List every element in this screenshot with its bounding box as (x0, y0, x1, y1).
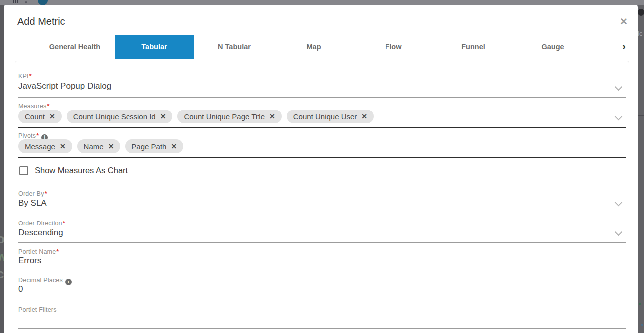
tab-gauge[interactable]: Gauge (513, 35, 593, 59)
chip-remove-icon[interactable]: ✕ (171, 142, 177, 150)
show-measures-as-chart-checkbox[interactable] (19, 166, 28, 175)
measures-label: Measures* (18, 103, 50, 110)
field-underline (18, 213, 626, 213)
order-direction-select-value[interactable]: Descending (18, 228, 63, 238)
background-circle (638, 9, 644, 16)
metric-form-panel: KPI* JavaScript Popup Dialog Measures* C… (15, 61, 629, 333)
order-direction-label: Order Direction* (18, 220, 65, 227)
chip-remove-icon[interactable]: ✕ (361, 112, 367, 120)
chevron-down-icon[interactable] (615, 199, 623, 207)
screen: o w c i ic Add Metric ✕ General Health T… (0, 0, 644, 333)
pivot-chip[interactable]: Page Path✕ (125, 139, 183, 153)
field-underline (18, 328, 626, 329)
backdrop-top-strip (0, 0, 644, 5)
decimal-places-label: Decimal Placesi (18, 277, 72, 285)
tab-flow[interactable]: Flow (354, 35, 433, 59)
info-icon: i (65, 279, 72, 285)
required-asterisk: * (47, 103, 49, 110)
show-measures-as-chart-row[interactable]: Show Measures As Chart (19, 166, 128, 175)
metric-type-tabbar: General Health Tabular N Tabular Map Flo… (35, 35, 593, 59)
backdrop-right-strip: ic (638, 5, 644, 333)
background-text-fragment: c (0, 266, 4, 282)
chip-remove-icon[interactable]: ✕ (60, 142, 66, 150)
field-underline (18, 242, 626, 243)
tab-n-tabular[interactable]: N Tabular (194, 35, 274, 59)
background-dot (25, 1, 27, 3)
decimal-places-input[interactable]: 0 (18, 284, 23, 294)
field-underline (18, 270, 626, 270)
portlet-name-label: Portlet Name* (18, 248, 59, 255)
background-text-fragment: w (0, 249, 4, 264)
chevron-down-icon[interactable] (615, 83, 623, 91)
dropdown-separator (608, 111, 608, 125)
more-tabs-chevron-right-icon[interactable]: › (622, 35, 626, 59)
chip-remove-icon[interactable]: ✕ (269, 112, 275, 120)
measure-chip[interactable]: Count✕ (18, 110, 62, 123)
required-asterisk: * (45, 190, 47, 197)
pivots-chip-list: Message✕ Name✕ Page Path✕ (18, 139, 183, 153)
tab-funnel[interactable]: Funnel (433, 35, 513, 59)
pivot-chip[interactable]: Name✕ (77, 139, 121, 153)
chip-remove-icon[interactable]: ✕ (108, 142, 114, 150)
tab-map[interactable]: Map (274, 35, 354, 59)
close-icon[interactable]: ✕ (617, 15, 631, 29)
dropdown-separator (608, 81, 608, 95)
required-asterisk: * (29, 73, 32, 80)
field-underline (18, 157, 626, 158)
chip-remove-icon[interactable]: ✕ (49, 112, 55, 120)
background-text-fragment: ic (638, 30, 642, 37)
checkbox-label: Show Measures As Chart (35, 166, 128, 175)
required-asterisk: * (36, 132, 39, 139)
background-bars-icon (13, 0, 19, 3)
order-by-select-value[interactable]: By SLA (18, 198, 47, 208)
background-text-fragment: i (0, 291, 0, 307)
field-underline (18, 299, 626, 299)
dropdown-separator (608, 226, 608, 240)
measures-chip-list: Count✕ Count Unique Session Id✕ Count Un… (18, 110, 374, 123)
measure-chip[interactable]: Count Unique Page Title✕ (177, 110, 281, 123)
dropdown-separator (608, 197, 608, 211)
add-metric-dialog: Add Metric ✕ General Health Tabular N Ta… (4, 5, 638, 333)
backdrop-left-strip: o w c i (0, 5, 4, 333)
tab-general-health[interactable]: General Health (35, 35, 115, 59)
pivot-chip[interactable]: Message✕ (18, 139, 72, 153)
chip-remove-icon[interactable]: ✕ (160, 112, 166, 120)
chevron-down-icon[interactable] (615, 228, 623, 236)
kpi-label: KPI* (18, 73, 32, 80)
measure-chip[interactable]: Count Unique User✕ (287, 110, 374, 123)
background-text-fragment: o (0, 231, 4, 247)
required-asterisk: * (63, 220, 65, 227)
tab-tabular[interactable]: Tabular (115, 35, 194, 59)
measure-chip[interactable]: Count Unique Session Id✕ (67, 110, 173, 123)
portlet-name-input[interactable]: Errors (18, 256, 41, 266)
chevron-down-icon[interactable] (615, 113, 623, 121)
dialog-title: Add Metric (17, 16, 65, 27)
kpi-select-value[interactable]: JavaScript Popup Dialog (18, 81, 111, 91)
order-by-label: Order By* (18, 190, 47, 197)
field-underline (18, 97, 626, 98)
portlet-filters-label: Portlet Filters (18, 306, 57, 313)
field-underline (18, 127, 626, 128)
required-asterisk: * (56, 248, 59, 255)
